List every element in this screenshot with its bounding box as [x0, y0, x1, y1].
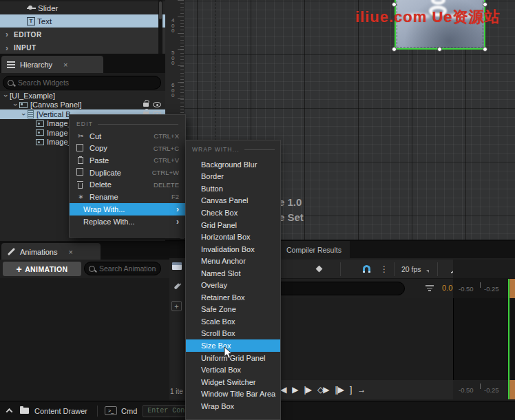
search-icon [8, 80, 14, 86]
menu-item-wrap-with[interactable]: Wrap With... › [70, 203, 185, 216]
next-keyframe-button[interactable]: ◇▶ [317, 385, 328, 395]
image-widget-icon [36, 120, 44, 127]
submenu-items: Background Blur Border Button Canvas Pan… [186, 158, 280, 412]
palette-item-text[interactable]: T Text [0, 14, 165, 28]
play-forward-button[interactable]: ▶ [292, 385, 297, 395]
menu-item-rename[interactable]: ∗ Rename F2 [70, 191, 185, 203]
canvas-panel-icon [19, 102, 28, 108]
search-animations-input[interactable] [99, 264, 156, 273]
close-icon[interactable]: × [68, 248, 72, 256]
wrap-with-submenu: WRAP WITH... Background Blur Border Butt… [185, 140, 281, 420]
tab-compiler-results[interactable]: Compiler Results [278, 241, 350, 258]
submenu-item-vertical-box[interactable]: Vertical Box [186, 364, 280, 376]
timeline-ruler-bottom[interactable]: -0.50 -0.25 [453, 380, 515, 399]
snap-magnet-icon[interactable] [363, 265, 370, 273]
submenu-item-menu-anchor[interactable]: Menu Anchor [186, 255, 280, 267]
submenu-arrow-icon: › [176, 217, 179, 227]
submenu-item-grid-panel[interactable]: Grid Panel [186, 219, 280, 231]
menu-item-copy[interactable]: Copy CTRL+C [70, 143, 185, 155]
snap-options-dots-icon[interactable]: ⋮ [380, 264, 388, 274]
mouse-cursor [224, 346, 233, 359]
submenu-item-horizontal-box[interactable]: Horizontal Box [186, 231, 280, 243]
submenu-item-canvas-panel[interactable]: Canvas Panel [186, 195, 280, 207]
submenu-item-overlay[interactable]: Overlay [186, 279, 280, 291]
menu-item-paste[interactable]: Paste CTRL+V [70, 154, 185, 167]
search-widgets-input[interactable] [18, 78, 156, 87]
toolbar-separator [437, 262, 438, 276]
chevron-down-icon[interactable]: › [2, 92, 10, 99]
designer-overlay-set-text: e Set [279, 211, 304, 223]
selection-handle-bottom-right[interactable] [483, 47, 487, 52]
ruler-label-600: 600 [171, 83, 176, 98]
loop-mode-button[interactable]: → [357, 385, 365, 395]
selection-handle-left[interactable] [392, 2, 397, 7]
submenu-item-widget-switcher[interactable]: Widget Switcher [186, 376, 280, 388]
cut-icon: ✂ [78, 132, 90, 140]
palette-item-slider[interactable]: Slider [0, 1, 165, 14]
palette-scrollbar[interactable] [158, 0, 162, 54]
palette-item-label: Slider [38, 4, 58, 12]
step-forward-button[interactable]: |▶ [304, 385, 311, 395]
playhead-line[interactable] [508, 279, 509, 399]
animation-pencil-icon [8, 248, 15, 255]
ruler-start-label: -0.50 [459, 285, 474, 293]
keyframe-icon[interactable] [316, 266, 323, 273]
timeline-ruler-top[interactable]: -0.50 -0.25 [453, 279, 515, 298]
playback-end-marker[interactable] [509, 380, 515, 399]
close-icon[interactable]: × [63, 61, 67, 69]
tree-row-ui-example[interactable]: › [UI_Example] [0, 91, 165, 101]
palette-category-input[interactable]: › INPUT [0, 41, 165, 54]
clapperboard-icon[interactable] [172, 262, 182, 270]
unlock-icon[interactable] [143, 103, 149, 107]
chevron-up-icon[interactable] [6, 408, 13, 415]
section-label: WRAP WITH... [192, 146, 240, 153]
tab-hierarchy[interactable]: Hierarchy × [1, 56, 103, 73]
eye-visibility-icon[interactable] [153, 102, 161, 107]
submenu-item-check-box[interactable]: Check Box [186, 207, 280, 219]
playback-end-marker[interactable] [509, 279, 515, 298]
filter-funnel-icon[interactable] [425, 285, 434, 291]
submenu-item-scale-box[interactable]: Scale Box [186, 315, 280, 328]
menu-item-cut[interactable]: ✂ Cut CTRL+X [70, 130, 185, 143]
sequencer-timeline-area[interactable] [453, 298, 515, 380]
sequencer-left-strip: + [169, 258, 186, 399]
submenu-item-wrap-box[interactable]: Wrap Box [186, 400, 280, 412]
menu-item-duplicate[interactable]: Duplicate CTRL+W [70, 167, 185, 179]
tree-row-canvas-panel[interactable]: › [Canvas Panel] [0, 101, 165, 110]
selection-handle-right[interactable] [483, 2, 487, 7]
chevron-down-icon[interactable]: › [20, 111, 28, 118]
content-drawer-button[interactable]: Content Drawer [34, 407, 87, 415]
hierarchy-search[interactable] [3, 76, 161, 90]
add-animation-button[interactable]: + ANIMATION [3, 262, 81, 276]
context-menu-header: EDIT [70, 115, 185, 130]
menu-item-replace-with[interactable]: Replace With... › [70, 216, 185, 228]
cmd-button[interactable]: Cmd [121, 407, 137, 415]
rename-icon: ∗ [78, 193, 90, 200]
submenu-item-button[interactable]: Button [186, 182, 280, 195]
submenu-item-background-blur[interactable]: Background Blur [186, 158, 280, 171]
scrollbar-thumb[interactable] [159, 1, 162, 19]
submenu-item-invalidation-box[interactable]: Invalidation Box [186, 243, 280, 255]
wrench-icon[interactable] [174, 282, 182, 289]
fps-dropdown[interactable]: 20 fps [401, 265, 421, 273]
selection-handle-bottom-left[interactable] [392, 47, 397, 52]
submenu-item-named-slot[interactable]: Named Slot [186, 267, 280, 280]
chevron-right-icon: › [6, 43, 14, 53]
palette-category-editor[interactable]: › EDITOR [0, 28, 165, 41]
watermark-text: iliue.com Ue资源站 [355, 7, 501, 28]
submenu-item-retainer-box[interactable]: Retainer Box [186, 291, 280, 304]
ruler-tick [480, 282, 481, 288]
submenu-item-window-title-bar-area[interactable]: Window Title Bar Area [186, 388, 280, 400]
tab-animations[interactable]: Animations × [1, 243, 101, 260]
end-bracket-button[interactable]: ] [350, 385, 351, 395]
menu-item-delete[interactable]: Delete DELETE [70, 178, 185, 191]
play-reverse-button[interactable]: ◀ [280, 385, 286, 395]
jump-to-end-button[interactable]: ||▶ [335, 385, 343, 395]
animations-search[interactable] [84, 262, 161, 275]
submenu-item-scroll-box[interactable]: Scroll Box [186, 328, 280, 340]
chevron-right-icon: › [6, 30, 14, 39]
submenu-item-safe-zone[interactable]: Safe Zone [186, 304, 280, 316]
submenu-item-border[interactable]: Border [186, 171, 280, 183]
selection-handle-bottom-center[interactable] [437, 47, 442, 52]
add-track-button[interactable]: + [171, 301, 182, 311]
